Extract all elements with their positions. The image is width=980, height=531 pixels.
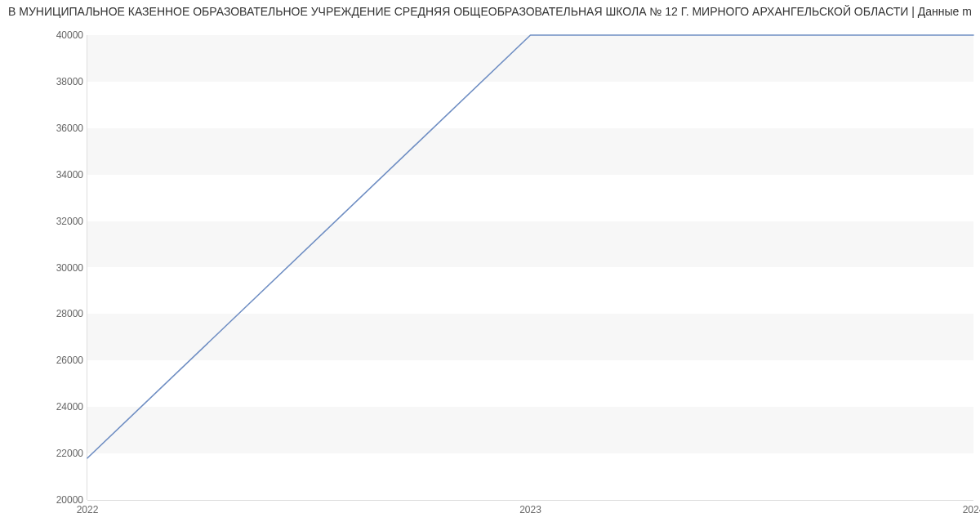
data-line [87, 35, 973, 500]
y-tick-label: 20000 [10, 494, 83, 506]
y-tick-label: 26000 [10, 355, 83, 366]
y-tick-label: 34000 [10, 169, 83, 181]
y-tick-label: 28000 [10, 308, 83, 319]
chart-container: В МУНИЦИПАЛЬНОЕ КАЗЕННОЕ ОБРАЗОВАТЕЛЬНОЕ… [0, 0, 980, 531]
x-tick-label: 2022 [77, 504, 99, 515]
y-tick-label: 38000 [10, 76, 83, 87]
y-tick-label: 30000 [10, 262, 83, 274]
y-tick-label: 32000 [10, 216, 83, 227]
y-tick-label: 24000 [10, 401, 83, 413]
y-tick-label: 36000 [10, 123, 83, 134]
y-tick-label: 40000 [10, 29, 83, 41]
x-tick-label: 2023 [519, 504, 541, 515]
chart-title: В МУНИЦИПАЛЬНОЕ КАЗЕННОЕ ОБРАЗОВАТЕЛЬНОЕ… [0, 5, 980, 18]
x-tick-label: 2024 [963, 504, 980, 515]
y-tick-label: 22000 [10, 448, 83, 459]
